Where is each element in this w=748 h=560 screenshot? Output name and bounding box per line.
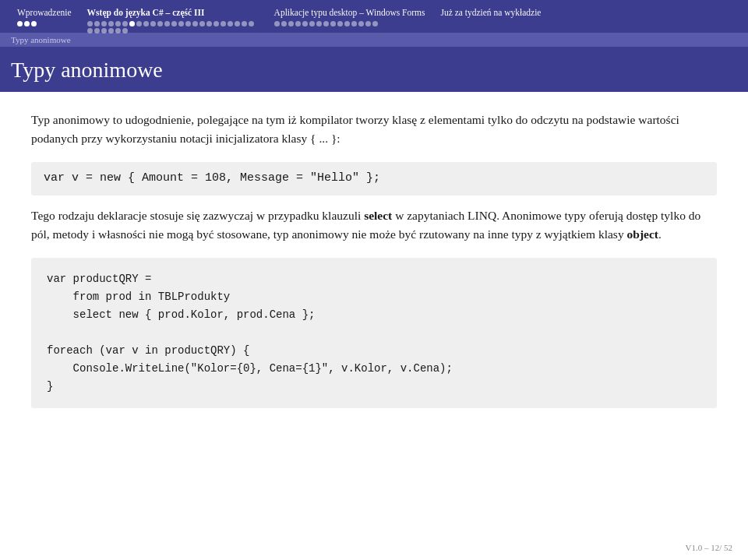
nav-label: Wstęp do języka C# – część III [87,8,205,17]
code-text-1: var v = new { Amount = 108, Message = "H… [44,171,380,185]
main-content: Typ anonimowy to udogodnienie, polegając… [0,92,748,424]
footer-text: V1.0 – 12/ 52 [686,543,733,552]
nav-item-wprowadzenie[interactable]: Wprowadzenie [9,3,79,31]
dot [330,21,336,26]
dot [288,21,294,26]
code-line-5: foreach (var v in productQRY) { [47,342,701,360]
dot [337,21,343,26]
dot [150,21,156,26]
dot [228,21,233,26]
code-block-1: var v = new { Amount = 108, Message = "H… [31,162,717,195]
top-navigation: Wprowadzenie Wstęp do języka C# – część … [0,0,748,33]
code-line-1: var productQRY = [47,270,701,288]
nav-label: Wprowadzenie [17,8,72,17]
dot [302,21,308,26]
intro-paragraph: Typ anonimowy to udogodnienie, polegając… [31,111,717,148]
footer: V1.0 – 12/ 52 [686,543,733,552]
dot [17,21,23,26]
dot [31,21,37,26]
nav-label: Już za tydzień na wykładzie [440,8,541,17]
section-title-bar: Typy anonimowe [0,47,748,92]
dot [178,21,184,26]
dot [101,21,107,26]
dot [101,28,107,33]
dot [129,21,135,26]
nav-dots-aplikacje [274,21,425,26]
para2-start: Tego rodzaju deklaracje stosuje się zazw… [31,209,364,222]
code-line-7: } [47,378,701,396]
dot [309,21,315,26]
dot [199,21,205,26]
dot [344,21,350,26]
dot [372,21,378,26]
dot [235,21,240,26]
dot [87,21,93,26]
dot [94,21,100,26]
para2-bold2: object [627,227,658,241]
dot [249,21,254,26]
dot [206,21,212,26]
dot [365,21,371,26]
code-line-6: Console.WriteLine("Kolor={0}, Cena={1}",… [47,360,701,378]
dot [122,21,128,26]
dot [358,21,364,26]
dot [242,21,247,26]
dot [171,21,177,26]
dot [192,21,198,26]
dot [157,21,163,26]
dot [185,21,191,26]
nav-dots-wstep [87,21,259,33]
dot [213,21,219,26]
dot [351,21,357,26]
dot [316,21,322,26]
nav-item-aplikacje[interactable]: Aplikacje typu desktop – Windows Forms [266,3,433,31]
dot [87,28,93,33]
code-block-2: var productQRY = from prod in TBLProdukt… [31,258,717,409]
dot [108,28,114,33]
dot [115,21,121,26]
para2-end2: . [658,227,662,241]
dot [94,28,100,33]
para2-bold1: select [364,209,392,222]
dot [115,28,121,33]
dot [274,21,280,26]
dot [281,21,287,26]
dot [164,21,170,26]
code-line-2: from prod in TBLProdukty [47,288,701,306]
dot [221,21,226,26]
nav-item-tydzien[interactable]: Już za tydzień na wykładzie [432,3,549,23]
nav-dots-wprowadzenie [17,21,72,26]
nav-item-wstep[interactable]: Wstęp do języka C# – część III [79,3,266,38]
nav-label: Aplikacje typu desktop – Windows Forms [274,8,425,17]
dot [108,21,114,26]
dot [24,21,30,26]
paragraph-2: Tego rodzaju deklaracje stosuje się zazw… [31,206,717,244]
dot [136,21,142,26]
dot [122,28,128,33]
dot [143,21,149,26]
code-line-3: select new { prod.Kolor, prod.Cena }; [47,306,701,324]
page-title: Typy anonimowe [11,58,737,83]
dot [295,21,301,26]
dot [323,21,329,26]
code-line-4 [47,324,701,342]
